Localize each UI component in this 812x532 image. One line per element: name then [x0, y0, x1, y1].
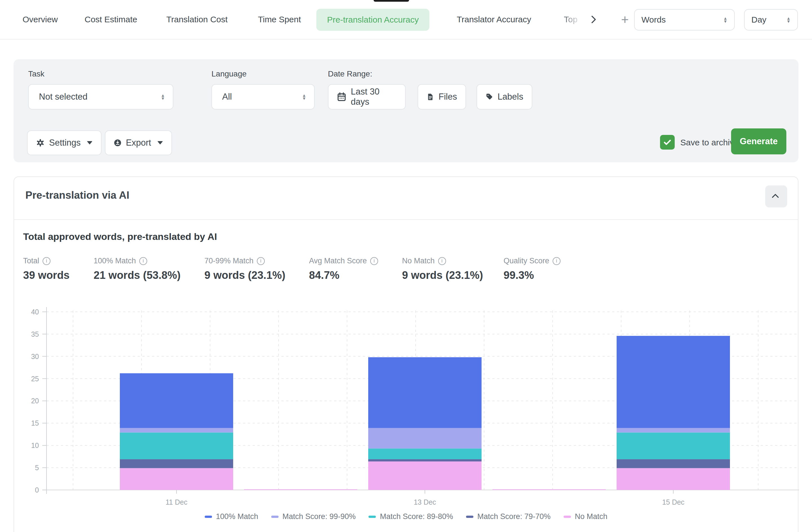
legend-item-match-89-80[interactable]: Match Score: 89-80% — [368, 512, 453, 521]
info-icon[interactable]: i — [553, 257, 561, 265]
svg-text:10: 10 — [31, 442, 39, 449]
chart-section-title: Total approved words, pre-translated by … — [23, 231, 217, 242]
svg-text:11 Dec: 11 Dec — [165, 498, 187, 506]
unit-select[interactable]: Words ▲▼ — [634, 9, 735, 30]
active-tab-label: Pre-translation Accuracy — [327, 15, 419, 25]
info-icon[interactable]: i — [43, 257, 50, 265]
info-icon[interactable]: i — [139, 257, 147, 265]
stat-label: Avg Match Score — [309, 256, 367, 265]
tab-overview[interactable]: Overview — [23, 0, 58, 39]
legend-label: 100% Match — [216, 512, 258, 521]
legend-label: Match Score: 99-90% — [282, 512, 356, 521]
stat-label: Total — [23, 256, 39, 265]
stat-value: 84.7% — [309, 269, 378, 281]
svg-text:30: 30 — [31, 352, 39, 360]
export-dropdown-button[interactable]: Export — [105, 130, 172, 155]
stat-value: 21 words (53.8%) — [93, 269, 180, 281]
svg-text:20: 20 — [31, 397, 39, 405]
top-navigation: Overview Cost Estimate Translation Cost … — [0, 0, 812, 40]
legend-item-no-match[interactable]: No Match — [564, 512, 608, 521]
tab-cost-estimate[interactable]: Cost Estimate — [85, 0, 137, 39]
info-icon[interactable]: i — [438, 257, 446, 265]
info-icon[interactable]: i — [257, 257, 265, 265]
legend-label: Match Score: 79-70% — [477, 512, 551, 521]
svg-text:15 Dec: 15 Dec — [662, 498, 684, 506]
settings-dropdown-button[interactable]: Settings — [27, 130, 102, 155]
check-icon — [663, 138, 672, 147]
stat-label: 100% Match — [93, 256, 136, 265]
pretranslation-chart: 051015202530354011 Dec13 Dec15 Dec — [14, 294, 799, 512]
svg-text:13 Dec: 13 Dec — [414, 498, 436, 506]
caret-down-icon — [157, 141, 163, 144]
period-select[interactable]: Day ▲▼ — [744, 9, 798, 30]
task-select[interactable]: Not selected ▲▼ — [28, 84, 173, 110]
tab-label: Overview — [23, 15, 58, 24]
svg-text:40: 40 — [31, 308, 39, 316]
legend-marker — [466, 516, 474, 518]
settings-button-label: Settings — [49, 138, 81, 148]
stat-100-match: 100% Matchi 21 words (53.8%) — [93, 256, 180, 281]
stat-value: 99.3% — [504, 269, 561, 281]
date-range-button[interactable]: Last 30 days — [328, 84, 406, 110]
add-report-tab-button[interactable]: + — [621, 0, 629, 39]
labels-filter-button[interactable]: Labels — [477, 84, 532, 110]
svg-text:5: 5 — [35, 464, 39, 472]
tab-translation-cost[interactable]: Translation Cost — [166, 0, 228, 39]
period-select-value: Day — [751, 15, 766, 25]
tab-time-spent[interactable]: Time Spent — [258, 0, 301, 39]
tab-translator-accuracy[interactable]: Translator Accuracy — [457, 0, 531, 39]
language-select[interactable]: All ▲▼ — [212, 84, 315, 110]
report-title: Pre-translation via AI — [25, 190, 129, 201]
stat-total: Totali 39 words — [23, 256, 70, 281]
date-range-label: Date Range: — [328, 69, 372, 79]
info-icon[interactable]: i — [370, 257, 378, 265]
legend-item-100-match[interactable]: 100% Match — [205, 512, 258, 521]
unit-select-value: Words — [641, 15, 666, 25]
pre-translation-report-card: Pre-translation via AI Total approved wo… — [14, 177, 798, 532]
language-label: Language — [212, 69, 247, 79]
task-select-value: Not selected — [39, 92, 87, 102]
task-label: Task — [28, 69, 45, 79]
save-to-archive-checkbox[interactable] — [660, 135, 675, 150]
language-select-value: All — [222, 92, 232, 102]
calendar-icon — [337, 92, 346, 102]
stat-value: 9 words (23.1%) — [402, 269, 483, 281]
save-to-archive-label: Save to archive — [680, 138, 739, 147]
tab-label: Translation Cost — [166, 15, 228, 24]
download-icon — [114, 138, 121, 148]
chevron-up-icon — [772, 194, 779, 201]
stat-label: No Match — [402, 256, 435, 265]
svg-text:15: 15 — [31, 419, 39, 427]
plus-icon: + — [621, 12, 629, 27]
collapse-panel-button[interactable] — [765, 185, 787, 207]
stat-no-match: No Matchi 9 words (23.1%) — [402, 256, 483, 281]
stat-value: 9 words (23.1%) — [204, 269, 285, 281]
legend-marker — [271, 516, 278, 518]
stat-value: 39 words — [23, 269, 70, 281]
svg-text:35: 35 — [31, 330, 39, 338]
tab-pre-translation-accuracy-active[interactable]: Pre-translation Accuracy — [316, 9, 430, 31]
tab-top-overflow[interactable]: Top — [564, 0, 584, 39]
tab-label: Cost Estimate — [85, 15, 137, 24]
files-button-label: Files — [439, 92, 457, 102]
legend-label: No Match — [575, 512, 608, 521]
file-icon — [426, 92, 434, 102]
stat-70-99-match: 70-99% Matchi 9 words (23.1%) — [204, 256, 285, 281]
chevron-right-icon — [588, 15, 596, 24]
svg-text:0: 0 — [35, 486, 39, 494]
gear-icon — [36, 138, 45, 148]
legend-item-match-99-90[interactable]: Match Score: 99-90% — [271, 512, 356, 521]
files-filter-button[interactable]: Files — [418, 84, 466, 110]
generate-button[interactable]: Generate — [731, 128, 786, 154]
caret-down-icon — [87, 141, 92, 144]
tab-label: Translator Accuracy — [457, 15, 531, 24]
tabs-scroll-right-button[interactable] — [589, 0, 595, 39]
legend-marker — [564, 516, 571, 518]
svg-text:25: 25 — [31, 375, 39, 383]
tab-label: Top — [564, 15, 584, 24]
header-divider — [14, 219, 798, 220]
tab-label: Time Spent — [258, 15, 301, 24]
sort-arrows-icon: ▲▼ — [723, 17, 727, 23]
legend-item-match-79-70[interactable]: Match Score: 79-70% — [466, 512, 551, 521]
stat-avg-match-score: Avg Match Scorei 84.7% — [309, 256, 378, 281]
